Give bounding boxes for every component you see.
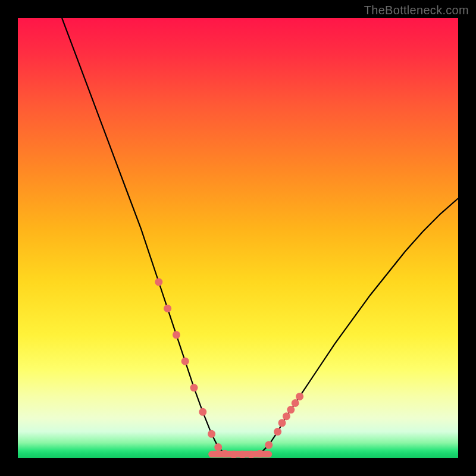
marker-dot	[265, 441, 273, 449]
bottleneck-curve	[62, 18, 458, 455]
marker-dot	[248, 451, 255, 458]
marker-dot	[278, 419, 286, 427]
marker-dot	[208, 430, 215, 438]
marker-dot	[199, 408, 206, 416]
chart-frame: TheBottleneck.com	[0, 0, 476, 476]
watermark-text: TheBottleneck.com	[364, 4, 469, 17]
marker-dot	[296, 393, 303, 400]
marker-dot	[164, 305, 171, 312]
curve-group	[62, 18, 458, 455]
marker-group	[155, 278, 303, 459]
marker-dot	[292, 399, 299, 407]
marker-dot	[214, 443, 222, 451]
marker-dot	[239, 451, 246, 458]
marker-dot	[181, 358, 189, 365]
marker-dot	[230, 451, 237, 458]
marker-dot	[256, 450, 264, 458]
plot-area	[18, 18, 458, 458]
marker-dot	[190, 384, 198, 392]
marker-dot	[287, 406, 295, 414]
marker-dot	[173, 331, 180, 339]
marker-dot	[274, 428, 281, 436]
marker-dot	[221, 450, 228, 458]
marker-dot	[283, 412, 290, 420]
marker-dot	[155, 278, 162, 286]
curve-svg	[18, 18, 458, 458]
